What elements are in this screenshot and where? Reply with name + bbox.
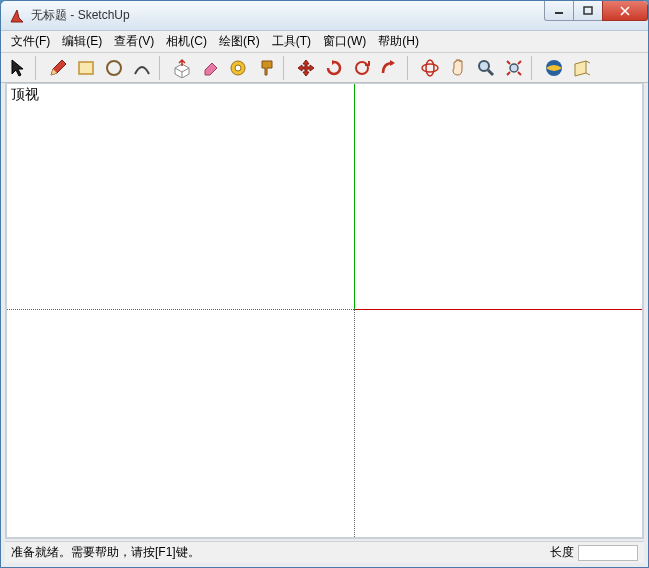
- zoom-extents-tool-icon[interactable]: [501, 55, 527, 81]
- menubar: 文件(F) 编辑(E) 查看(V) 相机(C) 绘图(R) 工具(T) 窗口(W…: [1, 31, 648, 53]
- svg-point-3: [107, 61, 121, 75]
- viewport[interactable]: 顶视: [5, 83, 644, 539]
- maximize-button[interactable]: [573, 1, 603, 21]
- orbit-tool-icon[interactable]: [417, 55, 443, 81]
- toolbar: [1, 53, 648, 83]
- status-message: 准备就绪。需要帮助，请按[F1]键。: [11, 544, 550, 561]
- paint-tool-icon[interactable]: [253, 55, 279, 81]
- svg-point-10: [510, 64, 518, 72]
- pan-tool-icon[interactable]: [445, 55, 471, 81]
- arc-tool-icon[interactable]: [129, 55, 155, 81]
- pencil-tool-icon[interactable]: [45, 55, 71, 81]
- menu-view[interactable]: 查看(V): [108, 31, 160, 52]
- view-label: 顶视: [11, 86, 39, 104]
- close-button[interactable]: [602, 1, 648, 21]
- svg-line-9: [488, 70, 493, 75]
- length-input[interactable]: [578, 545, 638, 561]
- length-label: 长度: [550, 544, 574, 561]
- svg-point-7: [426, 60, 434, 76]
- axis-dotted-vertical: [354, 309, 355, 537]
- tape-tool-icon[interactable]: [225, 55, 251, 81]
- menu-help[interactable]: 帮助(H): [372, 31, 425, 52]
- svg-rect-1: [584, 7, 592, 14]
- svg-point-5: [235, 65, 241, 71]
- statusbar: 准备就绪。需要帮助，请按[F1]键。 长度: [5, 541, 644, 563]
- svg-rect-2: [79, 62, 93, 74]
- separator-icon: [283, 56, 289, 80]
- move-tool-icon[interactable]: [293, 55, 319, 81]
- zoom-tool-icon[interactable]: [473, 55, 499, 81]
- separator-icon: [159, 56, 165, 80]
- window-title: 无标题 - SketchUp: [31, 7, 545, 24]
- svg-line-12: [586, 61, 590, 63]
- menu-tools[interactable]: 工具(T): [266, 31, 317, 52]
- minimize-button[interactable]: [544, 1, 574, 21]
- offset-tool-icon[interactable]: [377, 55, 403, 81]
- select-tool-icon[interactable]: [5, 55, 31, 81]
- axis-dotted-horizontal: [7, 309, 354, 310]
- app-window: 无标题 - SketchUp 文件(F) 编辑(E) 查看(V) 相机(C) 绘…: [0, 0, 649, 568]
- circle-tool-icon[interactable]: [101, 55, 127, 81]
- menu-draw[interactable]: 绘图(R): [213, 31, 266, 52]
- window-controls: [545, 1, 648, 23]
- rectangle-tool-icon[interactable]: [73, 55, 99, 81]
- scale-tool-icon[interactable]: [349, 55, 375, 81]
- section-tool-icon[interactable]: [569, 55, 595, 81]
- menu-edit[interactable]: 编辑(E): [56, 31, 108, 52]
- menu-window[interactable]: 窗口(W): [317, 31, 372, 52]
- svg-line-13: [586, 73, 590, 75]
- svg-point-8: [479, 61, 489, 71]
- svg-point-6: [422, 64, 438, 72]
- separator-icon: [531, 56, 537, 80]
- axis-red: [354, 309, 642, 310]
- menu-camera[interactable]: 相机(C): [160, 31, 213, 52]
- pushpull-tool-icon[interactable]: [169, 55, 195, 81]
- app-icon: [9, 8, 25, 24]
- axis-green: [354, 84, 355, 309]
- rotate-tool-icon[interactable]: [321, 55, 347, 81]
- menu-file[interactable]: 文件(F): [5, 31, 56, 52]
- warehouse-tool-icon[interactable]: [541, 55, 567, 81]
- separator-icon: [407, 56, 413, 80]
- titlebar[interactable]: 无标题 - SketchUp: [1, 1, 648, 31]
- eraser-tool-icon[interactable]: [197, 55, 223, 81]
- separator-icon: [35, 56, 41, 80]
